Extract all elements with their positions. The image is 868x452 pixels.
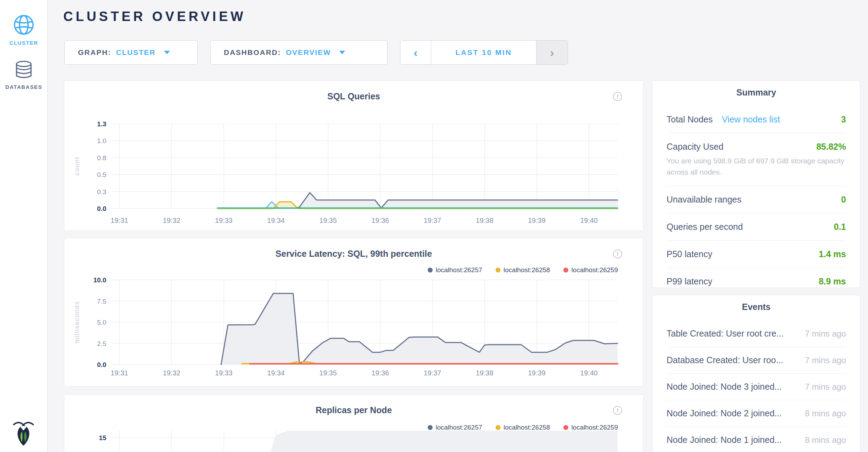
legend-item[interactable]: localhost:26259 — [563, 266, 618, 274]
summary-row-total-nodes: Total NodesView nodes list 3 — [667, 106, 846, 133]
summary-row-qps: Queries per second 0.1 — [667, 213, 846, 241]
event-row[interactable]: Node Joined: Node 2 joined...8 mins ago — [667, 400, 846, 427]
svg-text:15: 15 — [99, 434, 107, 442]
event-row[interactable]: Node Joined: Node 3 joined...7 mins ago — [667, 374, 846, 400]
event-time: 8 mins ago — [805, 435, 846, 445]
svg-text:19:31: 19:31 — [111, 217, 128, 224]
replicas-per-node-chart[interactable]: 19:3119:3219:3319:3419:3519:3619:3719:38… — [64, 431, 643, 452]
sidebar-item-cluster[interactable]: CLUSTER — [0, 13, 48, 46]
info-icon[interactable]: ! — [613, 249, 622, 259]
svg-text:19:35: 19:35 — [319, 369, 337, 377]
dashboard-dropdown-label: DASHBOARD: — [224, 48, 281, 57]
legend-dot-icon — [428, 425, 433, 430]
svg-text:0.0: 0.0 — [97, 205, 106, 212]
svg-text:0.5: 0.5 — [97, 171, 106, 178]
svg-text:19:39: 19:39 — [528, 369, 546, 377]
sql-queries-chart[interactable]: 19:3119:3219:3319:3419:3519:3619:3719:38… — [64, 112, 643, 231]
graph-dropdown-value: CLUSTER — [116, 48, 156, 57]
sidebar: CLUSTER DATABASES — [0, 0, 48, 452]
svg-text:0.0: 0.0 — [97, 361, 106, 368]
summary-row-unavailable-ranges: Unavailable ranges 0 — [667, 186, 846, 213]
legend-label: localhost:26259 — [571, 266, 618, 274]
legend-dot-icon — [563, 268, 568, 273]
sidebar-item-databases[interactable]: DATABASES — [0, 60, 48, 90]
chart-title: Service Latency: SQL, 99th percentile — [64, 249, 643, 259]
legend-dot-icon — [563, 425, 568, 430]
p50-latency-label: P50 latency — [667, 249, 712, 259]
view-nodes-list-link[interactable]: View nodes list — [722, 114, 780, 124]
event-name: Database Created: User roo... — [667, 355, 783, 365]
svg-text:19:33: 19:33 — [215, 217, 233, 224]
legend-item[interactable]: localhost:26259 — [563, 424, 618, 431]
summary-row-p50: P50 latency 1.4 ms — [667, 241, 846, 268]
chart-title: SQL Queries — [64, 91, 643, 101]
info-icon[interactable]: ! — [613, 406, 622, 415]
capacity-value: 85.82% — [816, 142, 846, 152]
service-latency-chart[interactable]: 19:3119:3219:3319:3419:3519:3619:3719:38… — [64, 273, 643, 387]
svg-text:19:32: 19:32 — [163, 369, 180, 377]
svg-text:19:40: 19:40 — [580, 217, 598, 224]
legend-dot-icon — [428, 268, 433, 273]
event-row[interactable]: Node Joined: Node 1 joined...8 mins ago — [667, 427, 846, 452]
event-time: 7 mins ago — [805, 382, 846, 392]
time-range-selector: ‹ LAST 10 MIN › — [400, 40, 568, 65]
summary-row-capacity: Capacity Used 85.82% You are using 598.9… — [667, 133, 846, 186]
svg-text:7.5: 7.5 — [97, 298, 106, 305]
svg-text:19:35: 19:35 — [319, 217, 337, 224]
svg-text:milliseconds: milliseconds — [73, 301, 80, 343]
info-icon[interactable]: ! — [613, 92, 622, 101]
svg-text:19:37: 19:37 — [424, 217, 441, 224]
svg-text:19:38: 19:38 — [476, 369, 493, 377]
svg-text:10.0: 10.0 — [93, 276, 106, 284]
unavailable-ranges-label: Unavailable ranges — [667, 195, 741, 205]
svg-text:2.5: 2.5 — [97, 340, 106, 347]
summary-row-p99: P99 latency 8.9 ms — [667, 268, 846, 288]
legend-dot-icon — [496, 268, 500, 273]
sql-queries-chart-card: SQL Queries ! 19:3119:3219:3319:3419:351… — [64, 80, 643, 231]
event-name: Node Joined: Node 1 joined... — [667, 435, 782, 445]
unavailable-ranges-value: 0 — [841, 195, 846, 205]
event-row[interactable]: Database Created: User roo...7 mins ago — [667, 347, 846, 374]
events-title: Events — [667, 302, 846, 312]
legend-item[interactable]: localhost:26257 — [428, 266, 482, 274]
sidebar-item-label: CLUSTER — [0, 40, 48, 46]
globe-icon — [12, 13, 35, 36]
legend-label: localhost:26258 — [504, 424, 550, 431]
svg-text:19:36: 19:36 — [371, 217, 389, 224]
cockroachdb-logo-icon[interactable] — [12, 419, 35, 447]
graph-dropdown-label: GRAPH: — [78, 48, 111, 57]
qps-value: 0.1 — [834, 222, 846, 232]
svg-text:19:34: 19:34 — [267, 369, 285, 377]
replicas-per-node-chart-card: Replicas per Node ! localhost:26257local… — [64, 394, 643, 452]
graph-dropdown[interactable]: GRAPH: CLUSTER — [64, 40, 198, 65]
event-time: 8 mins ago — [805, 409, 846, 418]
chevron-left-icon: ‹ — [414, 46, 418, 59]
legend-dot-icon — [496, 425, 500, 430]
p50-latency-value: 1.4 ms — [819, 249, 846, 259]
legend-item[interactable]: localhost:26257 — [428, 424, 482, 431]
svg-text:19:38: 19:38 — [476, 217, 493, 224]
svg-text:5.0: 5.0 — [97, 319, 106, 326]
event-name: Node Joined: Node 2 joined... — [667, 408, 782, 418]
database-icon — [14, 60, 34, 80]
time-range-prev-button[interactable]: ‹ — [400, 41, 431, 64]
legend-label: localhost:26259 — [571, 424, 618, 431]
event-name: Table Created: User root cre... — [667, 329, 784, 339]
svg-text:19:36: 19:36 — [371, 369, 389, 377]
legend-item[interactable]: localhost:26258 — [496, 266, 550, 274]
time-range-value[interactable]: LAST 10 MIN — [431, 41, 536, 64]
total-nodes-value: 3 — [841, 114, 846, 125]
svg-text:19:39: 19:39 — [528, 217, 546, 224]
event-row[interactable]: Table Created: User root cre...7 mins ag… — [667, 320, 846, 347]
svg-text:0.8: 0.8 — [97, 154, 106, 162]
dashboard-dropdown[interactable]: DASHBOARD: OVERVIEW — [210, 40, 387, 65]
summary-panel: Summary Total NodesView nodes list 3 Cap… — [652, 80, 860, 288]
chart-legend: localhost:26257localhost:26258localhost:… — [428, 266, 618, 274]
service-latency-chart-card: Service Latency: SQL, 99th percentile ! … — [64, 238, 643, 387]
legend-item[interactable]: localhost:26258 — [496, 424, 550, 431]
chevron-right-icon: › — [550, 46, 554, 59]
total-nodes-label: Total Nodes — [667, 114, 713, 124]
chart-legend: localhost:26257localhost:26258localhost:… — [428, 424, 618, 431]
time-range-next-button[interactable]: › — [536, 41, 568, 64]
svg-text:count: count — [73, 157, 80, 176]
